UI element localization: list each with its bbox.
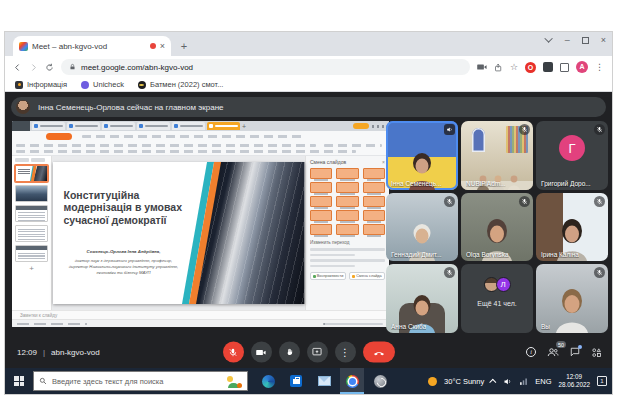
close-tab-icon[interactable]: × [160, 42, 165, 51]
share-icon[interactable] [494, 63, 503, 72]
pane-option-bar[interactable] [310, 248, 385, 251]
participants-icon[interactable]: 50 [547, 347, 559, 357]
slide-thumbnail-5[interactable] [15, 245, 48, 262]
profile-avatar[interactable]: A [576, 61, 588, 73]
transition-thumb[interactable] [310, 168, 332, 179]
slides-tab[interactable] [31, 158, 45, 162]
wps-premium-badge[interactable] [353, 123, 369, 129]
bookmark-item[interactable]: Unicheck [81, 80, 124, 89]
weather-sun-icon[interactable] [428, 377, 437, 386]
wps-window-controls[interactable] [372, 125, 386, 128]
wps-new-doc-button[interactable]: + [242, 123, 246, 130]
transition-thumb[interactable] [336, 182, 358, 193]
apply-transition-button[interactable]: Смена слайда [349, 272, 385, 280]
outline-tab[interactable] [15, 158, 29, 162]
wps-doc-tab[interactable] [172, 122, 205, 130]
bookmark-star-icon[interactable]: ☆ [510, 62, 518, 72]
minimize-button[interactable]: – [565, 35, 570, 45]
taskbar-store-icon[interactable] [284, 368, 308, 394]
chrome-menu-icon[interactable]: ⋮ [595, 62, 604, 72]
raise-hand-button[interactable] [279, 342, 300, 363]
taskbar-chrome-icon[interactable] [340, 368, 364, 394]
wps-doc-tab[interactable] [67, 122, 100, 130]
new-tab-button[interactable]: + [175, 37, 193, 55]
transition-thumb[interactable] [310, 182, 332, 193]
participant-tile-iryna[interactable]: Ірина Каліна [536, 193, 608, 262]
taskbar-search-input[interactable]: Введите здесь текст для поиска [33, 371, 248, 391]
taskbar-app-icon[interactable] [368, 368, 392, 394]
tray-expand-icon[interactable] [489, 378, 496, 385]
transition-thumb[interactable] [310, 224, 332, 235]
more-participants-tile[interactable]: Л Ещё 41 чел. [461, 264, 533, 333]
browser-tab[interactable]: Meet – abn-kgvo-vod × [13, 36, 171, 56]
participant-tile-anna[interactable]: Анна Скиба [386, 264, 458, 333]
participant-tile-gennadiy[interactable]: Геннадий Дмит... [386, 193, 458, 262]
taskbar-mail-icon[interactable] [312, 368, 336, 394]
pane-option-bar[interactable] [310, 254, 355, 257]
side-panel-icon[interactable] [560, 63, 569, 72]
slide-notes-bar[interactable]: Заметки к слайду [12, 310, 389, 319]
participant-tile-grigoriy[interactable]: Г Григорий Доро... [536, 121, 608, 190]
chat-icon[interactable] [570, 347, 580, 357]
wps-doc-tab[interactable] [102, 122, 135, 130]
address-bar[interactable]: meet.google.com/abn-kgvo-vod [61, 59, 470, 75]
participant-tile-inna[interactable]: Інна Семенець... [386, 121, 458, 190]
slide-thumbnail-1[interactable] [15, 165, 48, 182]
wps-active-tab[interactable] [207, 122, 240, 130]
present-button[interactable] [307, 342, 328, 363]
play-transition-button[interactable]: Воспроизвести [310, 272, 346, 280]
transition-thumb[interactable] [336, 210, 358, 221]
weather-news-icon[interactable] [227, 375, 242, 388]
transition-thumb[interactable] [310, 196, 332, 207]
slide-thumbnail-3[interactable] [15, 205, 48, 222]
start-button[interactable] [5, 368, 33, 394]
self-view-tile[interactable]: Вы [536, 264, 608, 333]
mic-toggle-button[interactable] [223, 342, 244, 363]
transition-thumb[interactable] [336, 224, 358, 235]
transition-thumb[interactable] [363, 224, 385, 235]
slide-thumbnail-4[interactable] [15, 225, 48, 242]
pane-option-bar[interactable] [310, 265, 355, 268]
network-icon[interactable] [519, 377, 528, 386]
slide-thumbnail-2[interactable] [15, 185, 48, 202]
taskbar-edge-icon[interactable] [256, 368, 280, 394]
close-window-button[interactable]: × [601, 35, 606, 45]
reload-icon[interactable] [45, 63, 54, 72]
pane-option-bar[interactable] [310, 259, 385, 262]
slide-canvas: Конституційна модернізація в умовах суча… [52, 156, 305, 310]
transition-thumb[interactable] [310, 210, 332, 221]
extension-dark-icon[interactable] [543, 62, 553, 72]
action-center-icon[interactable]: 1 [597, 376, 607, 386]
participant-tile-nubip[interactable]: NUBiP Adm... [461, 121, 533, 190]
back-icon[interactable] [13, 63, 22, 72]
participant-tile-olga[interactable]: Olga Borynska [461, 193, 533, 262]
weather-text[interactable]: 30°C Sunny [444, 377, 484, 386]
tab-search-icon[interactable] [544, 34, 552, 42]
camera-toggle-button[interactable] [251, 342, 272, 363]
transition-thumb[interactable] [363, 196, 385, 207]
taskbar-clock[interactable]: 12:09 28.06.2022 [558, 373, 590, 389]
wps-home-tab[interactable] [46, 133, 72, 140]
transition-thumb[interactable] [363, 182, 385, 193]
bookmark-item[interactable]: Інформація [15, 80, 67, 89]
leave-call-button[interactable] [363, 342, 395, 363]
bookmark-item[interactable]: Батмен (2022) смот... [138, 80, 223, 89]
transition-thumb[interactable] [336, 168, 358, 179]
camera-in-use-icon[interactable] [477, 63, 487, 71]
activities-icon[interactable] [591, 347, 602, 358]
volume-icon[interactable] [503, 377, 512, 386]
forward-icon[interactable] [29, 63, 38, 72]
transition-thumb[interactable] [363, 168, 385, 179]
shared-screen-presentation[interactable]: + [12, 121, 389, 327]
language-indicator[interactable]: ENG [535, 377, 551, 386]
meeting-details-icon[interactable]: i [526, 347, 536, 357]
extension-o-icon[interactable]: O [525, 62, 536, 73]
add-slide-button[interactable]: + [15, 265, 48, 273]
maximize-button[interactable] [582, 37, 589, 44]
transition-thumb[interactable] [336, 196, 358, 207]
pane-close-icon[interactable]: × [382, 159, 385, 165]
transition-thumb[interactable] [363, 210, 385, 221]
wps-doc-tab[interactable] [137, 122, 170, 130]
wps-doc-tab[interactable] [32, 122, 65, 130]
more-options-button[interactable]: ⋮ [335, 342, 356, 363]
